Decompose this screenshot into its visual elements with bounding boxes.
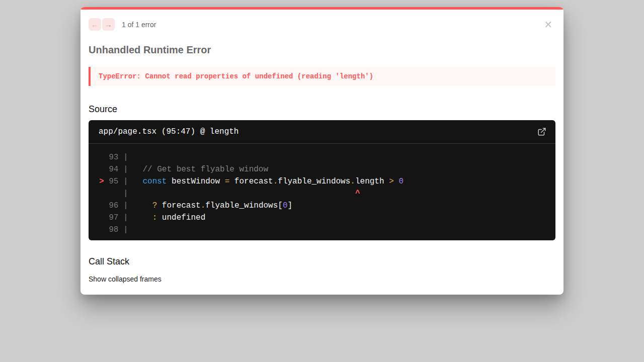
dialog-title: Unhandled Runtime Error [89, 44, 555, 56]
external-link-icon [537, 127, 546, 136]
code-token: undefined [157, 213, 205, 222]
code-token: . [273, 177, 278, 186]
line-marker [99, 201, 109, 210]
code-token: . [350, 177, 355, 186]
line-number: 97 [109, 213, 118, 222]
code-token: ? [152, 201, 157, 210]
page-background: { "colors": { "page-bg": "#cecece", "acc… [0, 0, 644, 362]
right-arrow-icon: → [105, 20, 112, 29]
left-arrow-icon: ← [91, 20, 99, 29]
error-dialog: ← → 1 of 1 error ✕ Unhandled Runtime Err… [80, 7, 564, 295]
line-marker: > [99, 177, 109, 186]
line-number: 93 [109, 153, 118, 162]
line-number: 95 [109, 177, 118, 186]
code-token: > [389, 177, 394, 186]
code-line: 98 | [99, 224, 545, 236]
show-collapsed-frames-button[interactable]: Show collapsed frames [89, 275, 162, 283]
line-marker [99, 165, 109, 174]
gutter-pipe: | [118, 201, 133, 210]
code-token: ^ [355, 189, 360, 198]
source-heading: Source [89, 104, 555, 115]
error-counter: 1 of 1 error [122, 21, 156, 29]
error-pagination: ← → [89, 18, 115, 31]
line-marker [99, 189, 109, 198]
code-token [133, 165, 142, 174]
gutter-pipe: | [118, 153, 133, 162]
code-token [133, 201, 152, 210]
code-token: flyable_windows [278, 177, 350, 186]
error-message-box: TypeError: Cannot read properties of und… [89, 67, 555, 86]
code-token [133, 213, 152, 222]
code-token [133, 177, 142, 186]
error-message: TypeError: Cannot read properties of und… [99, 72, 373, 80]
previous-error-button[interactable]: ← [89, 18, 101, 31]
code-line: > 95 | const bestWindow = forecast.flyab… [99, 175, 545, 188]
close-button[interactable]: ✕ [544, 20, 552, 30]
gutter-pipe: | [118, 189, 133, 198]
code-token: const [142, 177, 167, 186]
code-token: length [355, 177, 389, 186]
code-token [133, 189, 355, 198]
gutter-pipe: | [118, 165, 133, 174]
line-marker [99, 213, 109, 222]
gutter-pipe: | [118, 225, 133, 234]
code-token: 0 [398, 177, 404, 186]
code-token: = [225, 177, 230, 186]
line-number: 94 [109, 165, 118, 174]
next-error-button[interactable]: → [102, 18, 115, 31]
call-stack-heading: Call Stack [89, 256, 555, 267]
gutter-pipe: | [118, 213, 133, 222]
code-token: // Get best flyable window [142, 165, 268, 174]
code-line: 96 | ? forecast.flyable_windows[0] [99, 200, 545, 212]
code-line: | ^ [99, 188, 545, 200]
file-location-label: app/page.tsx (95:47) @ length [99, 127, 238, 136]
close-icon: ✕ [544, 19, 552, 30]
code-token: : [152, 213, 157, 222]
code-token [394, 177, 399, 186]
code-token: forecast [157, 201, 200, 210]
code-line: 97 | : undefined [99, 212, 545, 224]
code-token: bestWindow [167, 177, 224, 186]
open-in-editor-button[interactable] [537, 127, 546, 136]
line-marker [99, 225, 109, 234]
line-number [109, 189, 118, 198]
code-token: 0 [283, 201, 288, 210]
code-token: . [201, 201, 206, 210]
dialog-body: ← → 1 of 1 error ✕ Unhandled Runtime Err… [80, 10, 564, 295]
code-token: flyable_windows[ [205, 201, 283, 210]
gutter-pipe: | [118, 177, 133, 186]
line-marker [99, 153, 109, 162]
line-number: 98 [109, 225, 118, 234]
code-frame: app/page.tsx (95:47) @ length 93 | 94 | … [89, 120, 555, 240]
code-token: forecast [229, 177, 273, 186]
line-number: 96 [109, 201, 118, 210]
code-line: 94 | // Get best flyable window [99, 163, 545, 175]
code-block: 93 | 94 | // Get best flyable window> 95… [89, 144, 555, 240]
code-frame-header: app/page.tsx (95:47) @ length [89, 120, 555, 144]
code-token: ] [288, 201, 293, 210]
code-line: 93 | [99, 151, 545, 163]
error-nav-row: ← → 1 of 1 error ✕ [89, 18, 555, 31]
